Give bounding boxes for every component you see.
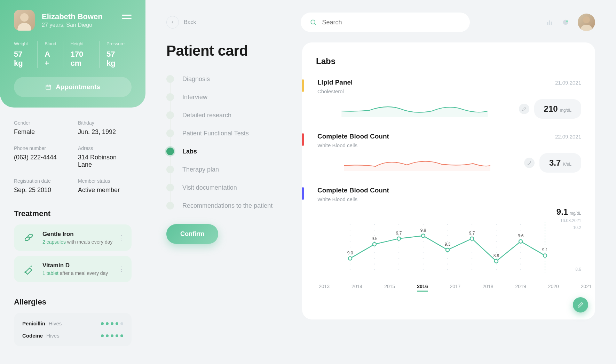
svg-point-85 <box>374 269 375 270</box>
chart-year[interactable]: 2020 <box>548 284 559 292</box>
chart-year[interactable]: 2018 <box>482 284 493 292</box>
svg-point-82 <box>520 264 521 264</box>
hamburger-icon[interactable] <box>122 13 132 21</box>
step-item[interactable]: Recommendations to the patient <box>166 202 288 209</box>
svg-point-55 <box>520 247 521 247</box>
svg-point-89 <box>472 269 472 270</box>
lab-name: Complete Blood Count <box>317 133 389 140</box>
chart-year[interactable]: 2021 <box>581 284 592 292</box>
detail-label: Phone number <box>14 145 68 151</box>
chart-current-value: 9.1 mg/dL 16.08.2021 <box>556 207 581 223</box>
edit-fab[interactable] <box>573 297 588 312</box>
chart-scale-top: 10.2 <box>573 225 581 230</box>
more-icon[interactable]: ⋮ <box>118 265 125 273</box>
chart-point-label: 9.7 <box>469 231 475 236</box>
chart-point-label: 9.6 <box>518 234 524 238</box>
allergy-reaction: Hives <box>49 321 62 326</box>
treatment-item[interactable]: Vitamin D1 tablet after a meal every day… <box>14 256 132 282</box>
svg-point-49 <box>374 247 375 247</box>
svg-point-77 <box>398 264 399 264</box>
chart-year[interactable]: 2015 <box>384 284 395 292</box>
chart-year[interactable]: 2019 <box>515 284 526 292</box>
search-input[interactable] <box>322 19 461 26</box>
lab-item[interactable]: Lipid Panel21.09.2021 Cholesterol 210mg/… <box>316 79 592 119</box>
treatment-item[interactable]: Gentle Iron2 capsules with meals every d… <box>14 224 132 251</box>
chart-point-label: 9.0 <box>347 251 353 255</box>
detail-item: BithdayJun. 23, 1992 <box>78 120 132 136</box>
svg-point-11 <box>583 16 590 23</box>
svg-point-3 <box>27 234 33 239</box>
svg-point-60 <box>423 252 424 253</box>
allergy-row: PenicillinHives <box>22 321 123 326</box>
arrow-left-icon <box>166 16 179 29</box>
svg-point-0 <box>20 13 29 22</box>
step-dot <box>166 93 174 101</box>
step-item[interactable]: Interview <box>166 93 288 101</box>
chart-point-label: 9.7 <box>396 231 402 236</box>
lab-item[interactable]: Complete Blood Count22.09.2021 White Blo… <box>316 133 592 173</box>
svg-point-5 <box>311 20 315 24</box>
step-label: Patient Functional Tests <box>182 130 249 137</box>
vital-item: BloodA + <box>38 41 63 68</box>
step-dot <box>166 75 174 83</box>
svg-point-17 <box>472 224 472 225</box>
detail-value: Female <box>14 128 68 136</box>
svg-point-87 <box>423 269 424 270</box>
lab-subtitle: White Blood cells <box>317 196 592 202</box>
svg-rect-1 <box>46 85 51 89</box>
severity-dots <box>101 334 123 337</box>
edit-button[interactable] <box>519 104 529 114</box>
vital-label: Weight <box>14 41 30 46</box>
step-item[interactable]: Detailed research <box>166 111 288 119</box>
appointments-button[interactable]: Appointments <box>14 77 132 97</box>
edit-button[interactable] <box>524 158 535 168</box>
confirm-button[interactable]: Confirm <box>166 224 218 244</box>
sparkline-chart <box>317 155 517 171</box>
step-dot <box>166 202 174 209</box>
svg-point-50 <box>398 247 399 247</box>
treatment-title: Treatment <box>14 209 132 218</box>
svg-point-34 <box>447 235 448 236</box>
cloud-icon[interactable] <box>562 18 569 26</box>
more-icon[interactable]: ⋮ <box>118 234 125 242</box>
svg-point-58 <box>374 252 375 253</box>
allergies-title: Allergies <box>14 298 132 307</box>
svg-point-76 <box>374 264 375 264</box>
chart-year[interactable]: 2014 <box>352 284 362 292</box>
svg-point-88 <box>447 269 448 270</box>
vital-value: 57 kg <box>106 50 125 68</box>
step-dot <box>166 148 174 155</box>
svg-point-62 <box>472 252 472 253</box>
chart-point-label: 9.8 <box>420 228 426 233</box>
vital-value: 170 cm <box>70 50 92 68</box>
svg-point-84 <box>350 269 350 270</box>
svg-point-52 <box>447 247 448 247</box>
chart-year[interactable]: 2017 <box>450 284 460 292</box>
allergy-name: Codeine <box>22 333 43 339</box>
user-avatar[interactable] <box>578 14 595 31</box>
detail-item: GenderFemale <box>14 120 68 136</box>
search-bar[interactable] <box>301 13 470 32</box>
svg-rect-6 <box>547 22 548 25</box>
step-item[interactable]: Diagnosis <box>166 75 288 83</box>
chart-year[interactable]: 2013 <box>319 284 330 292</box>
chart-year[interactable]: 2016 <box>417 284 428 292</box>
labs-title: Labs <box>316 56 592 66</box>
step-item[interactable]: Labs <box>166 148 288 155</box>
search-icon <box>310 19 317 26</box>
back-button[interactable]: Back <box>166 16 196 29</box>
svg-point-48 <box>350 247 350 247</box>
svg-point-71 <box>472 258 472 259</box>
svg-point-41 <box>398 241 399 242</box>
svg-point-67 <box>374 258 375 259</box>
pill-icon <box>22 262 35 276</box>
chart-scale-bottom: 8.6 <box>575 267 581 272</box>
svg-point-86 <box>398 269 399 270</box>
bar-chart-icon[interactable] <box>546 18 553 26</box>
detail-value: Sep. 25 2010 <box>14 187 68 194</box>
step-label: Visit documentation <box>182 184 237 191</box>
allergy-row: CodeineHives <box>22 333 123 339</box>
step-item[interactable]: Therapy plan <box>166 166 288 173</box>
step-item[interactable]: Visit documentation <box>166 184 288 191</box>
step-item[interactable]: Patient Functional Tests <box>166 129 288 137</box>
